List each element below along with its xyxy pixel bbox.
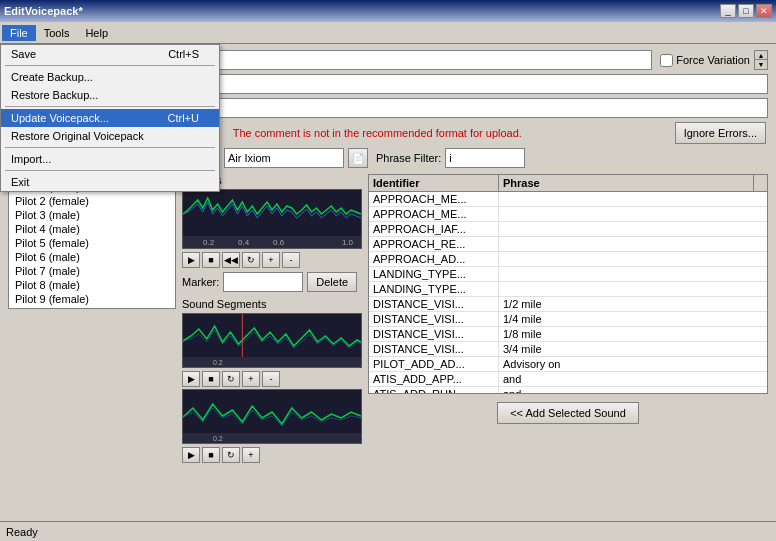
cell-id: DISTANCE_VISI... <box>369 297 499 311</box>
menu-sep4 <box>5 170 215 171</box>
menu-restore-original[interactable]: Restore Original Voicepack <box>1 127 219 145</box>
phrase-filter-label: Phrase Filter: <box>376 152 441 164</box>
phrase-filter-input[interactable] <box>445 148 525 168</box>
spinner-control: ▲ ▼ <box>754 50 768 70</box>
cell-id: LANDING_TYPE... <box>369 282 499 296</box>
sound-table: Identifier Phrase APPROACH_ME... APPROAC… <box>368 174 768 394</box>
error-message: The comment is not in the recommended fo… <box>233 127 522 139</box>
loop-button[interactable]: ↻ <box>242 252 260 268</box>
cell-phrase: and <box>499 387 767 393</box>
voices-panel: Voices Pilot 0 (male) Pilot 1 (male) Pil… <box>8 148 176 465</box>
minimize-button[interactable]: _ <box>720 4 736 18</box>
voice-item[interactable]: Pilot 5 (female) <box>11 236 173 250</box>
zoom-in-button[interactable]: + <box>262 252 280 268</box>
file-menu[interactable]: File <box>2 25 36 41</box>
table-row[interactable]: DISTANCE_VISI... 1/2 mile <box>369 297 767 312</box>
marker-input[interactable] <box>223 272 303 292</box>
help-menu[interactable]: Help <box>77 25 116 41</box>
seg2-timeline: 0.2 <box>183 433 361 443</box>
cell-id: APPROACH_RE... <box>369 237 499 251</box>
force-variation-label: Force Variation <box>676 54 750 66</box>
tools-menu[interactable]: Tools <box>36 25 78 41</box>
seg2-controls: ▶ ■ ↻ + <box>182 447 362 463</box>
voice-item[interactable]: Pilot 3 (male) <box>11 208 173 222</box>
table-row[interactable]: LANDING_TYPE... <box>369 267 767 282</box>
table-row[interactable]: APPROACH_IAF... <box>369 222 767 237</box>
phrase-input[interactable] <box>224 148 344 168</box>
maximize-button[interactable]: □ <box>738 4 754 18</box>
table-row[interactable]: ATIS_ADD_RUN... and <box>369 387 767 393</box>
seg1-stop[interactable]: ■ <box>202 371 220 387</box>
voice-item[interactable]: Pilot 6 (male) <box>11 250 173 264</box>
phrase-action-button[interactable]: 📄 <box>348 148 368 168</box>
spinner-down[interactable]: ▼ <box>755 60 767 69</box>
seg1-zoom-out[interactable]: - <box>262 371 280 387</box>
phrase-row: Phrase: 📄 Phrase Filter: <box>182 148 768 168</box>
seg2-play[interactable]: ▶ <box>182 447 200 463</box>
cell-phrase: 1/2 mile <box>499 297 767 311</box>
voice-item[interactable]: Pilot 2 (female) <box>11 194 173 208</box>
middle-section: Markers 0.2 0.4 <box>182 174 768 465</box>
table-row[interactable]: APPROACH_AD... <box>369 252 767 267</box>
add-selected-sound-button[interactable]: << Add Selected Sound <box>497 402 639 424</box>
cell-id: DISTANCE_VISI... <box>369 312 499 326</box>
voice-item[interactable]: Pilot 7 (male) <box>11 264 173 278</box>
menu-save[interactable]: Save Ctrl+S <box>1 45 219 63</box>
menu-update-voicepack[interactable]: Update Voicepack... Ctrl+U <box>1 109 219 127</box>
cell-id: APPROACH_AD... <box>369 252 499 266</box>
delete-button[interactable]: Delete <box>307 272 357 292</box>
cell-phrase <box>499 222 767 236</box>
cell-phrase: 1/4 mile <box>499 312 767 326</box>
sound-table-header: Identifier Phrase <box>369 175 767 192</box>
seg2-zoom-in[interactable]: + <box>242 447 260 463</box>
seg1-controls: ▶ ■ ↻ + - <box>182 371 362 387</box>
file-dropdown: Save Ctrl+S Create Backup... Restore Bac… <box>0 44 220 192</box>
cell-id: APPROACH_ME... <box>369 207 499 221</box>
force-variation-container: Force Variation <box>660 54 750 67</box>
play-button[interactable]: ▶ <box>182 252 200 268</box>
cell-id: APPROACH_ME... <box>369 192 499 206</box>
seg1-timeline: 0.2 <box>183 357 361 367</box>
table-row[interactable]: DISTANCE_VISI... 1/4 mile <box>369 312 767 327</box>
ignore-errors-button[interactable]: Ignore Errors... <box>675 122 766 144</box>
status-bar: Ready <box>0 521 776 541</box>
cell-id: ATIS_ADD_APP... <box>369 372 499 386</box>
table-row[interactable]: DISTANCE_VISI... 3/4 mile <box>369 342 767 357</box>
table-row[interactable]: APPROACH_ME... <box>369 207 767 222</box>
cell-phrase <box>499 267 767 281</box>
seg2-loop[interactable]: ↻ <box>222 447 240 463</box>
table-row[interactable]: DISTANCE_VISI... 1/8 mile <box>369 327 767 342</box>
menu-import[interactable]: Import... <box>1 150 219 168</box>
seg1-play[interactable]: ▶ <box>182 371 200 387</box>
seg1-zoom-in[interactable]: + <box>242 371 260 387</box>
cell-id: APPROACH_IAF... <box>369 222 499 236</box>
menu-create-backup[interactable]: Create Backup... <box>1 68 219 86</box>
force-variation-checkbox[interactable] <box>660 54 673 67</box>
zoom-out-button[interactable]: - <box>282 252 300 268</box>
menu-restore-backup[interactable]: Restore Backup... <box>1 86 219 104</box>
voice-item[interactable]: Pilot 8 (male) <box>11 278 173 292</box>
cell-phrase: 3/4 mile <box>499 342 767 356</box>
col-identifier: Identifier <box>369 175 499 191</box>
window-controls: _ □ ✕ <box>720 4 772 18</box>
table-row[interactable]: LANDING_TYPE... <box>369 282 767 297</box>
rewind-button[interactable]: ◀◀ <box>222 252 240 268</box>
add-selected-container: << Add Selected Sound <box>368 398 768 424</box>
table-row[interactable]: APPROACH_RE... <box>369 237 767 252</box>
spinner-up[interactable]: ▲ <box>755 51 767 60</box>
stop-button[interactable]: ■ <box>202 252 220 268</box>
waveform-timeline: 0.2 0.4 0.6 1.0 <box>183 236 361 248</box>
voice-item[interactable]: Pilot 9 (female) <box>11 292 173 306</box>
seg2-stop[interactable]: ■ <box>202 447 220 463</box>
close-button[interactable]: ✕ <box>756 4 772 18</box>
menu-sep1 <box>5 65 215 66</box>
seg1-loop[interactable]: ↻ <box>222 371 240 387</box>
sound-table-body[interactable]: APPROACH_ME... APPROACH_ME... APPROACH_I… <box>369 192 767 393</box>
cell-phrase: Advisory on <box>499 357 767 371</box>
table-row[interactable]: ATIS_ADD_APP... and <box>369 372 767 387</box>
voice-item[interactable]: Pilot 4 (male) <box>11 222 173 236</box>
table-row[interactable]: APPROACH_ME... <box>369 192 767 207</box>
menu-exit[interactable]: Exit <box>1 173 219 191</box>
cell-phrase <box>499 252 767 266</box>
table-row[interactable]: PILOT_ADD_AD... Advisory on <box>369 357 767 372</box>
